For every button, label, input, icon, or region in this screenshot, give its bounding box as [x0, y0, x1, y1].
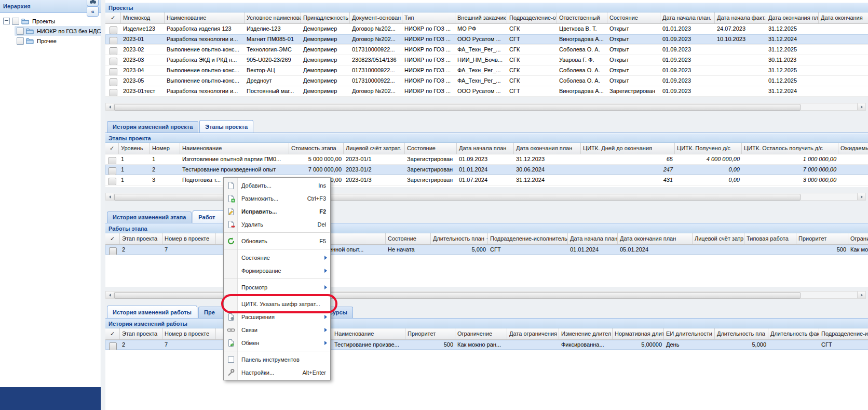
row-checkbox[interactable]	[108, 167, 116, 175]
column-header[interactable]: Дата окончания	[819, 12, 868, 23]
column-header[interactable]: Стоимость этапа	[289, 143, 344, 154]
column-header[interactable]: Подразделение-от	[507, 12, 557, 23]
row-checkbox[interactable]	[110, 47, 117, 55]
tab[interactable]: История изменений проекта	[107, 121, 198, 133]
table-row[interactable]: 2023-02Выполнение опытно-конс...Технолог…	[105, 45, 868, 55]
menu-item[interactable]: Размножить...Ctrl+F3	[224, 192, 330, 205]
column-header[interactable]: Длительность фак	[768, 328, 819, 339]
column-header[interactable]: Дата окончания пл	[766, 12, 819, 23]
menu-item[interactable]: Формирование	[224, 264, 330, 277]
menu-item[interactable]: ОбновитьF5	[224, 234, 330, 247]
column-header[interactable]: Дата начала факт.	[715, 12, 766, 23]
scroll-left-arrow-icon[interactable]	[106, 292, 114, 298]
tree-item[interactable]: НИОКР по ГОЗ без НДС	[15, 26, 104, 36]
column-header[interactable]: Приоритет	[796, 233, 848, 244]
row-checkbox[interactable]	[110, 37, 117, 44]
column-header[interactable]: Дата окончания план	[514, 143, 581, 154]
column-header[interactable]: Дата ограничения	[507, 328, 559, 339]
menu-item[interactable]: Связи	[224, 323, 330, 336]
column-header[interactable]: Принадлежность	[301, 12, 350, 23]
row-checkbox[interactable]	[108, 157, 116, 164]
menu-item[interactable]: Просмотр	[224, 281, 330, 294]
column-header[interactable]: ЦИТК. Дней до окончания	[581, 143, 675, 154]
table-row[interactable]: 27Тестирование произведенной опыт...Не н…	[105, 245, 868, 255]
tree-checkbox[interactable]	[12, 18, 19, 25]
column-header[interactable]: ✓	[105, 12, 121, 23]
column-header[interactable]: ✓	[105, 143, 119, 154]
scroll-thumb[interactable]	[114, 104, 801, 111]
column-header[interactable]: Тип	[402, 12, 455, 23]
tree-checkbox[interactable]	[17, 28, 24, 35]
column-header[interactable]: Типовая работа	[744, 233, 796, 244]
table-row[interactable]: 2023-04Выполнение опытно-конс...Вектор-А…	[105, 65, 868, 76]
column-header[interactable]: Дата окончания план	[618, 233, 693, 244]
column-header[interactable]: Длительность пла	[715, 328, 768, 339]
table-row[interactable]: 2023-05Выполнение опытно-конс...Дредноут…	[105, 76, 868, 86]
tree-collapse-icon[interactable]	[3, 18, 10, 24]
column-header[interactable]: Приоритет	[405, 328, 455, 339]
column-header[interactable]: Условное наименова	[245, 12, 301, 23]
scroll-thumb[interactable]	[114, 194, 801, 201]
projects-hscrollbar[interactable]	[105, 103, 866, 111]
menu-item[interactable]: Расширения	[224, 310, 330, 323]
tree-item[interactable]: Проекты	[1, 16, 58, 26]
row-checkbox[interactable]	[110, 27, 117, 34]
column-header[interactable]: Подразделение-исполнитель..	[488, 233, 568, 244]
column-header[interactable]: ЦИТК. Получено д/с	[675, 143, 742, 154]
tree-item[interactable]: Прочее	[15, 36, 60, 46]
column-header[interactable]: Ограничение	[848, 233, 868, 244]
tab[interactable]: Этапы проекта	[199, 120, 253, 133]
column-header[interactable]: Наименование	[180, 143, 289, 154]
tab[interactable]: История изменений работы	[107, 306, 197, 318]
scroll-thumb[interactable]	[114, 292, 801, 299]
column-header[interactable]: Ответственный	[557, 12, 607, 23]
table-row[interactable]: 2023-03Разработка ЭКД и РКД н...905-U020…	[105, 55, 868, 65]
column-header[interactable]: Номер в проекте	[162, 233, 216, 244]
column-header[interactable]: Состояние	[386, 233, 431, 244]
column-header[interactable]: Длительность план	[431, 233, 488, 244]
menu-item[interactable]: Исправить...F2	[224, 205, 330, 218]
tab[interactable]: История изменений этапа	[107, 211, 192, 223]
table-row[interactable]: 2023-01Разработка технологии и...Магнит …	[105, 34, 868, 45]
column-header[interactable]: Дата начала план.	[568, 233, 618, 244]
menu-item[interactable]: Состояние	[224, 251, 330, 264]
column-header[interactable]: ЕИ длительности	[664, 328, 715, 339]
tree-checkbox[interactable]	[17, 37, 24, 45]
scroll-left-arrow-icon[interactable]	[106, 193, 114, 200]
column-header[interactable]: Этап проекта	[120, 233, 162, 244]
column-header[interactable]: ЦИТК. Осталось получить д/с	[742, 143, 838, 154]
column-header[interactable]: Состояние	[405, 143, 457, 154]
column-header[interactable]: Дата начала план	[457, 143, 514, 154]
column-header[interactable]: Нормативная длит	[613, 328, 664, 339]
table-row[interactable]: Изделие123Разработка изделия 123Изделие-…	[105, 24, 868, 34]
table-row[interactable]: 27Тестирование произве...500Как можно ра…	[105, 340, 868, 350]
column-header[interactable]: Мнемокод	[121, 12, 165, 23]
scroll-right-arrow-icon[interactable]	[857, 193, 865, 200]
row-checkbox[interactable]	[110, 58, 117, 65]
table-row[interactable]: 2023-01тестРазработка технологии и...Пос…	[105, 86, 868, 97]
menu-item[interactable]: Обмен	[224, 336, 330, 349]
column-header[interactable]: Состояние	[607, 12, 660, 23]
column-header[interactable]: Номер	[150, 143, 180, 154]
binoculars-button[interactable]	[87, 0, 99, 6]
table-row[interactable]: 12Тестирование произведенной опыт7 000 0…	[105, 165, 868, 175]
row-checkbox[interactable]	[109, 247, 117, 255]
sidebar-splitter[interactable]	[101, 0, 105, 410]
row-checkbox[interactable]	[110, 89, 117, 96]
row-checkbox[interactable]	[110, 68, 117, 75]
stages-hscrollbar[interactable]	[105, 193, 866, 201]
menu-item[interactable]: Панель инструментов	[224, 353, 330, 366]
column-header[interactable]: Подразделение-и	[819, 328, 868, 339]
column-header[interactable]: Уровень	[119, 143, 150, 154]
column-header[interactable]: ✓	[105, 233, 120, 244]
row-checkbox[interactable]	[110, 78, 117, 86]
column-header[interactable]: Ожидаемь	[838, 143, 868, 154]
row-checkbox[interactable]	[108, 178, 116, 185]
column-header[interactable]: Лицевой счёт затрат.	[344, 143, 405, 154]
menu-item[interactable]: Добавить...Ins	[224, 179, 330, 192]
column-header[interactable]: Этап проекта	[120, 328, 162, 339]
column-header[interactable]: Номер в проекте	[162, 328, 216, 339]
scroll-right-arrow-icon[interactable]	[857, 103, 865, 110]
works-hscrollbar[interactable]	[105, 291, 866, 299]
menu-item[interactable]: УдалитьDel	[224, 218, 330, 231]
